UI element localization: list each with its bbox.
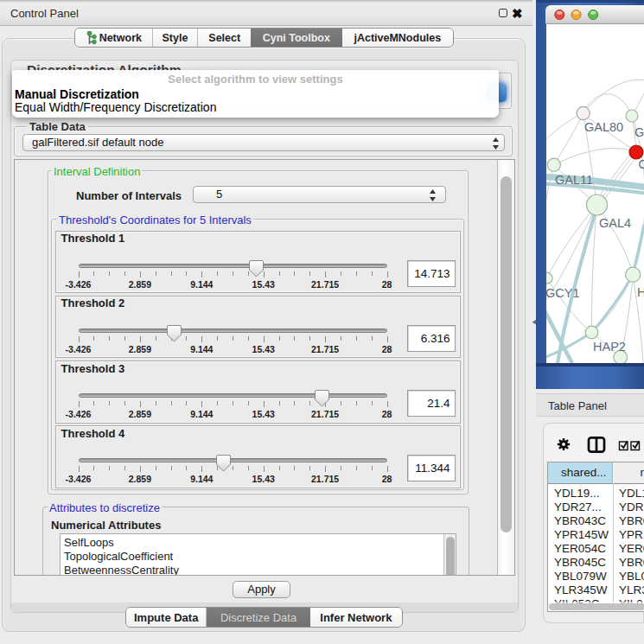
svg-text:HAP2: HAP2 (593, 340, 626, 354)
svg-text:GAL80: GAL80 (584, 120, 623, 134)
svg-text:GCY1: GCY1 (546, 286, 580, 300)
svg-text:GA: GA (634, 125, 644, 139)
svg-text:C: C (639, 157, 644, 171)
svg-text:GAL11: GAL11 (555, 173, 593, 187)
svg-text:GAL4: GAL4 (599, 216, 631, 230)
svg-text:H: H (637, 285, 644, 299)
